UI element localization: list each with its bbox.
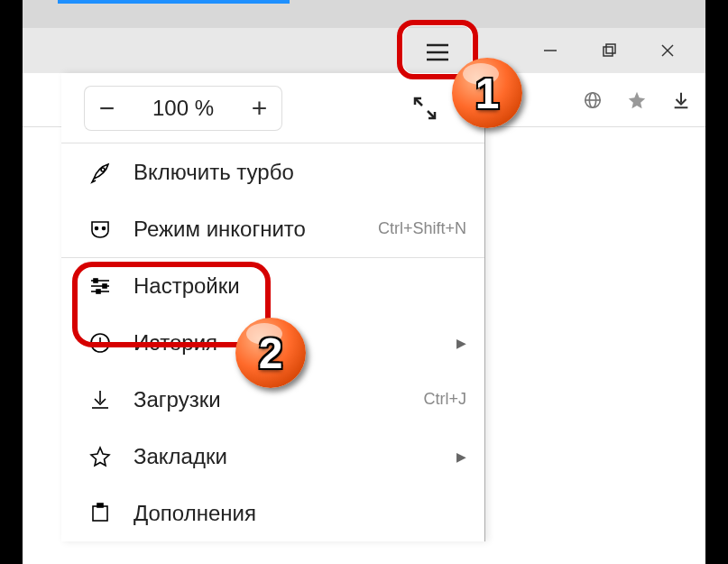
svg-rect-21	[94, 279, 97, 282]
svg-rect-27	[93, 506, 107, 521]
active-tab-indicator	[58, 0, 290, 4]
menu-label: Настройки	[134, 273, 466, 299]
menu-item-addons[interactable]: Дополнения	[61, 485, 484, 541]
chevron-right-icon: ▶	[456, 449, 466, 464]
svg-point-15	[101, 168, 105, 171]
menu-label: Включить турбо	[134, 160, 466, 185]
main-menu-button[interactable]	[419, 34, 456, 70]
svg-point-17	[103, 227, 106, 229]
menu-item-bookmarks[interactable]: Закладки ▶	[61, 428, 484, 485]
zoom-in-button[interactable]: +	[237, 86, 282, 131]
tab-bar	[23, 0, 705, 28]
sliders-icon	[88, 274, 121, 298]
zoom-out-button[interactable]: −	[84, 86, 129, 131]
shortcut-text: Ctrl+Shift+N	[378, 219, 466, 238]
minimize-button[interactable]	[521, 28, 579, 73]
svg-rect-23	[97, 290, 100, 293]
menu-item-incognito[interactable]: Режим инкогнито Ctrl+Shift+N	[61, 200, 484, 257]
menu-label: Загрузки	[134, 387, 423, 412]
annotation-badge-1: 1	[452, 58, 522, 128]
star-icon[interactable]	[626, 89, 648, 111]
main-menu-dropdown: − 100 % + Включить турбо Режим инкогнито…	[61, 73, 485, 541]
menu-item-settings[interactable]: Настройки	[61, 257, 484, 314]
menu-label: Закладки	[134, 444, 456, 469]
svg-rect-1	[604, 47, 613, 56]
chevron-right-icon: ▶	[456, 336, 466, 350]
zoom-level: 100 %	[129, 86, 237, 131]
svg-rect-22	[103, 284, 106, 288]
window-titlebar	[23, 28, 705, 73]
shortcut-text: Ctrl+J	[423, 390, 466, 409]
zoom-controls: − 100 % +	[61, 73, 484, 143]
menu-label: Дополнения	[134, 501, 466, 526]
rocket-icon	[88, 161, 121, 184]
menu-label: Режим инкогнито	[134, 217, 378, 242]
star-icon	[88, 445, 121, 468]
browser-window: − 100 % + Включить турбо Режим инкогнито…	[23, 0, 705, 564]
puzzle-icon	[88, 502, 121, 525]
globe-icon[interactable]	[582, 89, 604, 111]
maximize-button[interactable]	[579, 28, 638, 73]
svg-rect-28	[97, 504, 103, 507]
badge-number: 1	[475, 69, 500, 118]
close-button[interactable]	[638, 28, 696, 73]
svg-point-16	[96, 227, 98, 229]
download-icon	[88, 388, 121, 411]
downloads-icon[interactable]	[670, 89, 692, 111]
menu-item-turbo[interactable]: Включить турбо	[61, 143, 484, 200]
clock-icon	[88, 331, 121, 355]
mask-icon	[88, 217, 121, 241]
fullscreen-button[interactable]	[409, 92, 441, 125]
svg-rect-2	[606, 44, 615, 53]
badge-number: 2	[259, 328, 283, 378]
annotation-badge-2: 2	[235, 318, 306, 388]
